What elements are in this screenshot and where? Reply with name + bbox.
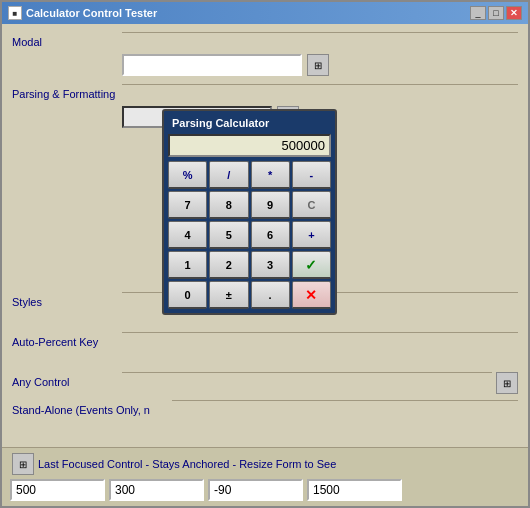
bottom-input-1[interactable] [10,479,105,501]
styles-label: Styles [12,292,122,308]
calc-btn-8[interactable]: 8 [209,191,248,219]
calc-buttons: % / * - 7 8 9 C 4 5 6 + 1 2 3 ✓ 0 [168,161,331,309]
standalone-divider [172,400,518,401]
window-title: Calculator Control Tester [26,7,157,19]
autopercent-divider [122,332,518,333]
anycontrol-label: Any Control [12,372,122,388]
anycontrol-divider-left [122,372,492,373]
main-window: ■ Calculator Control Tester _ □ ✕ Modal … [0,0,530,508]
autopercent-space [12,354,518,372]
calculator-popup: Parsing Calculator 500000 % / * - 7 8 9 … [162,109,337,315]
bottom-inputs-row [10,479,520,501]
autopercent-label: Auto-Percent Key [12,332,122,348]
autopercent-section: Auto-Percent Key [12,332,518,348]
title-bar: ■ Calculator Control Tester _ □ ✕ [2,2,528,24]
styles-space [12,314,518,332]
parsing-section-header: Parsing & Formatting [12,84,518,100]
calc-btn-7[interactable]: 7 [168,191,207,219]
title-bar-left: ■ Calculator Control Tester [8,6,157,20]
calc-btn-minus[interactable]: - [292,161,331,189]
calc-btn-3[interactable]: 3 [251,251,290,279]
calc-title: Parsing Calculator [168,115,331,131]
minimize-button[interactable]: _ [470,6,486,20]
modal-divider [122,32,518,33]
bottom-label: Last Focused Control - Stays Anchored - … [38,458,336,470]
calc-btn-clear[interactable]: C [292,191,331,219]
calc-btn-enter[interactable]: ✓ [292,251,331,279]
modal-input[interactable] [122,54,302,76]
calc-btn-2[interactable]: 2 [209,251,248,279]
close-button[interactable]: ✕ [506,6,522,20]
app-icon: ■ [8,6,22,20]
calc-btn-plus[interactable]: + [292,221,331,249]
calc-btn-4[interactable]: 4 [168,221,207,249]
calc-btn-percent[interactable]: % [168,161,207,189]
calc-btn-cancel[interactable]: ✕ [292,281,331,309]
modal-label: Modal [12,32,122,48]
calc-btn-divide[interactable]: / [209,161,248,189]
bottom-input-2[interactable] [109,479,204,501]
bottom-input-4[interactable] [307,479,402,501]
maximize-button[interactable]: □ [488,6,504,20]
modal-section: Modal [12,32,518,48]
calc-btn-1[interactable]: 1 [168,251,207,279]
main-content: Modal ⊞ Parsing & Formatting ⊞ Parsing C… [2,24,528,447]
title-bar-buttons: _ □ ✕ [470,6,522,20]
calc-btn-plusminus[interactable]: ± [209,281,248,309]
bottom-bar: ⊞ Last Focused Control - Stays Anchored … [2,447,528,506]
calc-btn-6[interactable]: 6 [251,221,290,249]
standalone-section: Stand-Alone (Events Only, n [12,400,518,416]
calc-btn-multiply[interactable]: * [251,161,290,189]
bottom-label-row: ⊞ Last Focused Control - Stays Anchored … [10,453,520,475]
standalone-label: Stand-Alone (Events Only, n [12,400,172,416]
anycontrol-section: Any Control ⊞ [12,372,518,394]
parsing-divider [122,84,518,85]
calc-btn-decimal[interactable]: . [251,281,290,309]
calc-btn-0[interactable]: 0 [168,281,207,309]
modal-grid-icon[interactable]: ⊞ [307,54,329,76]
calc-btn-9[interactable]: 9 [251,191,290,219]
anycontrol-grid-icon[interactable]: ⊞ [496,372,518,394]
calc-display: 500000 [168,134,331,157]
bottom-grid-icon[interactable]: ⊞ [12,453,34,475]
parsing-label: Parsing & Formatting [12,84,122,100]
bottom-input-3[interactable] [208,479,303,501]
modal-input-row: ⊞ [12,54,518,76]
calc-btn-5[interactable]: 5 [209,221,248,249]
